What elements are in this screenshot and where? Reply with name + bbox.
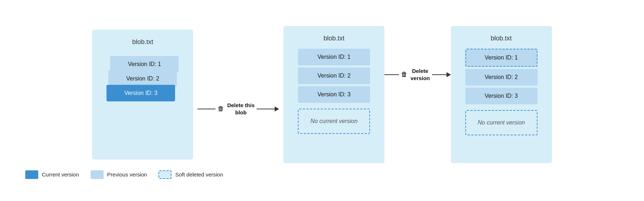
- arrow-head-1: [275, 106, 279, 112]
- legend-current-label: Current version: [42, 171, 79, 178]
- blob1-stack: Version ID: 1 Version ID: 2 Version ID: …: [106, 56, 179, 114]
- blob3-container: blob.txt Version ID: 1 Version ID: 2 Ver…: [451, 26, 552, 163]
- blob2-title: blob.txt: [323, 35, 344, 42]
- trash-icon-2: 🗑: [401, 71, 408, 78]
- arrow-shaft-1b: [257, 109, 275, 109]
- legend: Current version Previous version Soft de…: [14, 170, 223, 179]
- blob2-version-3: Version ID: 3: [298, 86, 370, 103]
- blob3-no-current: No current version: [465, 110, 538, 135]
- diagram-area: blob.txt Version ID: 1 Version ID: 2 Ver…: [14, 26, 630, 163]
- legend-previous: Previous version: [91, 170, 147, 179]
- action2-label: 🗑 Delete version: [401, 67, 430, 82]
- legend-soft-deleted: Soft deleted version: [158, 170, 223, 179]
- blob3-version-3: Version ID: 3: [465, 88, 538, 104]
- blob1-title: blob.txt: [132, 38, 153, 46]
- action2-connector: 🗑 Delete version: [384, 67, 451, 82]
- blob2-version-1: Version ID: 1: [298, 49, 370, 65]
- legend-current: Current version: [25, 170, 79, 179]
- legend-previous-label: Previous version: [107, 171, 147, 178]
- blob2-container: blob.txt Version ID: 1 Version ID: 2 Ver…: [283, 26, 384, 163]
- action1-connector: 🗑 Delete this blob: [197, 102, 279, 116]
- diagram-container: blob.txt Version ID: 1 Version ID: 2 Ver…: [14, 26, 630, 179]
- blob1-version-1: Version ID: 1: [110, 56, 179, 73]
- trash-icon-1: 🗑: [218, 105, 224, 113]
- blob1-version-3: Version ID: 3: [106, 85, 175, 101]
- arrow-shaft-1: [197, 109, 216, 109]
- blob3-version-2: Version ID: 2: [465, 69, 538, 86]
- action1-label: 🗑 Delete this blob: [218, 102, 254, 116]
- legend-previous-box: [91, 170, 104, 179]
- legend-soft-deleted-box: [158, 170, 171, 179]
- blob1-version-2: Version ID: 2: [108, 70, 177, 87]
- legend-current-box: [25, 170, 38, 179]
- arrow-shaft-2: [384, 74, 399, 75]
- blob2-versions: Version ID: 1 Version ID: 2 Version ID: …: [298, 49, 370, 103]
- arrow-shaft-2b: [432, 74, 447, 75]
- blob3-title: blob.txt: [491, 35, 512, 42]
- blob3-versions: Version ID: 1 Version ID: 2 Version ID: …: [465, 49, 538, 104]
- arrow-head-2: [447, 72, 451, 77]
- blob3-version-1: Version ID: 1: [465, 49, 538, 67]
- blob1-container: blob.txt Version ID: 1 Version ID: 2 Ver…: [92, 30, 193, 160]
- legend-soft-deleted-label: Soft deleted version: [175, 171, 223, 178]
- blob2-no-current: No current version: [298, 109, 370, 134]
- blob2-version-2: Version ID: 2: [298, 67, 370, 84]
